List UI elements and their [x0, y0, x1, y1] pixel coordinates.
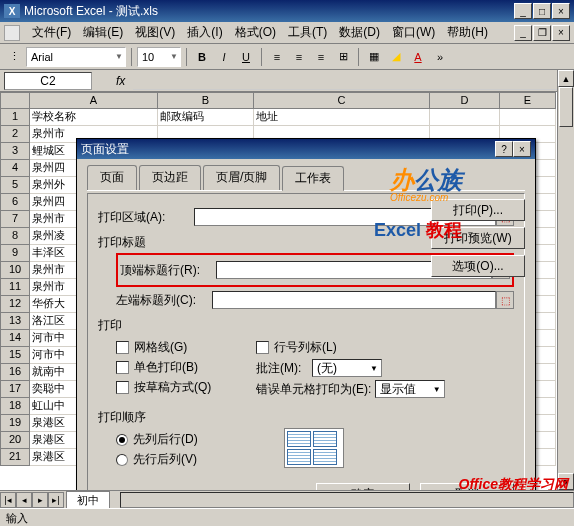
column-header[interactable]: D	[430, 92, 500, 109]
name-box[interactable]: C2	[4, 72, 92, 90]
row-header[interactable]: 18	[0, 398, 30, 415]
toolbar-handle-icon[interactable]: ⋮	[4, 47, 24, 67]
menu-format[interactable]: 格式(O)	[229, 22, 282, 43]
tab-nav-next[interactable]: ▸	[32, 492, 48, 508]
tab-page[interactable]: 页面	[87, 165, 137, 190]
fontsize-dropdown[interactable]: 10	[137, 47, 181, 67]
doc-minimize-button[interactable]: _	[514, 25, 532, 41]
row-header[interactable]: 1	[0, 109, 30, 126]
row-header[interactable]: 21	[0, 449, 30, 466]
sheet-tab-bar: |◂ ◂ ▸ ▸| 初中	[0, 490, 574, 508]
menu-insert[interactable]: 插入(I)	[181, 22, 228, 43]
vertical-scrollbar[interactable]: ▲ ▼	[557, 70, 574, 490]
menu-tools[interactable]: 工具(T)	[282, 22, 333, 43]
sheet-tab-active[interactable]: 初中	[66, 491, 110, 509]
fx-label[interactable]: fx	[116, 74, 125, 88]
app-menu-icon[interactable]	[4, 25, 20, 41]
cols-repeat-ref-button[interactable]: ⬚	[496, 291, 514, 309]
row-header[interactable]: 13	[0, 313, 30, 330]
row-header[interactable]: 17	[0, 381, 30, 398]
cell[interactable]	[500, 109, 556, 126]
tab-header-footer[interactable]: 页眉/页脚	[203, 165, 280, 190]
row-header[interactable]: 20	[0, 432, 30, 449]
tab-nav-prev[interactable]: ◂	[16, 492, 32, 508]
toolbar-overflow-button[interactable]: »	[430, 47, 450, 67]
print-preview-button[interactable]: 打印预览(W)	[431, 227, 525, 249]
font-dropdown[interactable]: Arial	[26, 47, 126, 67]
fill-color-button[interactable]: ◢	[386, 47, 406, 67]
row-header[interactable]: 3	[0, 143, 30, 160]
column-header[interactable]: B	[158, 92, 254, 109]
dialog-close-button[interactable]: ×	[513, 141, 531, 157]
formula-input[interactable]	[133, 72, 570, 90]
font-color-button[interactable]: A	[408, 47, 428, 67]
menu-data[interactable]: 数据(D)	[333, 22, 386, 43]
close-button[interactable]: ×	[552, 3, 570, 19]
gridlines-checkbox[interactable]	[116, 341, 129, 354]
row-header[interactable]: 19	[0, 415, 30, 432]
cell[interactable]: 邮政编码	[158, 109, 254, 126]
errors-dropdown[interactable]: 显示值	[375, 380, 445, 398]
doc-close-button[interactable]: ×	[552, 25, 570, 41]
row-header[interactable]: 6	[0, 194, 30, 211]
column-header[interactable]: E	[500, 92, 556, 109]
bw-checkbox[interactable]	[116, 361, 129, 374]
horizontal-scrollbar[interactable]	[120, 492, 574, 508]
dialog-help-button[interactable]: ?	[495, 141, 513, 157]
menu-window[interactable]: 窗口(W)	[386, 22, 441, 43]
doc-restore-button[interactable]: ❐	[533, 25, 551, 41]
row-header[interactable]: 12	[0, 296, 30, 313]
draft-checkbox[interactable]	[116, 381, 129, 394]
tab-sheet[interactable]: 工作表	[282, 166, 344, 191]
menu-file[interactable]: 文件(F)	[26, 22, 77, 43]
row-header[interactable]: 9	[0, 245, 30, 262]
cols-repeat-input[interactable]	[212, 291, 496, 309]
over-then-down-label: 先行后列(V)	[133, 451, 197, 468]
select-all-corner[interactable]	[0, 92, 30, 109]
row-header[interactable]: 15	[0, 347, 30, 364]
borders-button[interactable]: ▦	[364, 47, 384, 67]
tab-margins[interactable]: 页边距	[139, 165, 201, 190]
row-header[interactable]: 10	[0, 262, 30, 279]
align-right-button[interactable]: ≡	[311, 47, 331, 67]
tab-nav-last[interactable]: ▸|	[48, 492, 64, 508]
cell[interactable]	[430, 109, 500, 126]
row-header[interactable]: 11	[0, 279, 30, 296]
dialog-titlebar[interactable]: 页面设置 ? ×	[77, 139, 535, 159]
row-header[interactable]: 8	[0, 228, 30, 245]
cell[interactable]: 学校名称	[30, 109, 158, 126]
print-group-label: 打印	[98, 317, 514, 334]
row-header[interactable]: 4	[0, 160, 30, 177]
italic-button[interactable]: I	[214, 47, 234, 67]
row-header[interactable]: 5	[0, 177, 30, 194]
merge-center-button[interactable]: ⊞	[333, 47, 353, 67]
maximize-button[interactable]: □	[533, 3, 551, 19]
cell[interactable]: 地址	[254, 109, 430, 126]
row-header[interactable]: 16	[0, 364, 30, 381]
scroll-up-button[interactable]: ▲	[558, 70, 574, 87]
comments-dropdown[interactable]: (无)	[312, 359, 382, 377]
excel-icon: X	[4, 4, 20, 18]
rowcol-headings-checkbox[interactable]	[256, 341, 269, 354]
scroll-thumb[interactable]	[559, 87, 573, 127]
column-header[interactable]: A	[30, 92, 158, 109]
minimize-button[interactable]: _	[514, 3, 532, 19]
menu-edit[interactable]: 编辑(E)	[77, 22, 129, 43]
tab-nav-first[interactable]: |◂	[0, 492, 16, 508]
column-header[interactable]: C	[254, 92, 430, 109]
align-left-button[interactable]: ≡	[267, 47, 287, 67]
underline-button[interactable]: U	[236, 47, 256, 67]
row-header[interactable]: 7	[0, 211, 30, 228]
print-button[interactable]: 打印(P)...	[431, 199, 525, 221]
bold-button[interactable]: B	[192, 47, 212, 67]
menu-help[interactable]: 帮助(H)	[441, 22, 494, 43]
scroll-down-button[interactable]: ▼	[558, 473, 574, 490]
row-header[interactable]: 2	[0, 126, 30, 143]
over-then-down-radio[interactable]	[116, 454, 128, 466]
down-then-over-radio[interactable]	[116, 434, 128, 446]
menu-view[interactable]: 视图(V)	[129, 22, 181, 43]
align-center-button[interactable]: ≡	[289, 47, 309, 67]
options-button[interactable]: 选项(O)...	[431, 255, 525, 277]
row-header[interactable]: 14	[0, 330, 30, 347]
rowcol-headings-label: 行号列标(L)	[274, 339, 337, 356]
